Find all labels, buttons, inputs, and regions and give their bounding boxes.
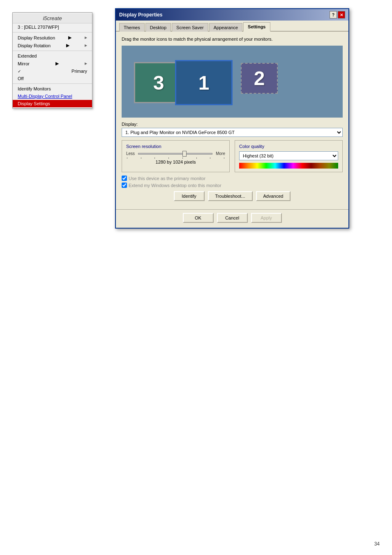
tab-settings[interactable]: Settings xyxy=(243,22,270,32)
tick xyxy=(224,157,224,159)
menu-item-off[interactable]: Off xyxy=(13,75,92,82)
screen-resolution-legend: Screen resolution xyxy=(126,144,225,149)
primary-monitor-checkbox[interactable] xyxy=(122,176,127,181)
menu-item-mirror[interactable]: Mirror ▶ xyxy=(13,60,92,67)
action-buttons: Identify Troubleshoot... Advanced xyxy=(122,191,343,201)
advanced-button[interactable]: Advanced xyxy=(256,191,291,201)
identify-button[interactable]: Identify xyxy=(174,191,205,201)
menu-item-display-rotation[interactable]: Display Rotation ▶ xyxy=(13,42,92,49)
resolution-value: 1280 by 1024 pixels xyxy=(126,160,225,164)
tab-screen-saver[interactable]: Screen Saver xyxy=(172,23,208,32)
dialog-titlebar: Display Properties ? ✕ xyxy=(116,9,348,21)
primary-monitor-label: Use this device as the primary monitor xyxy=(129,176,205,181)
dialog-controls: ? ✕ xyxy=(330,11,345,18)
display-properties-dialog: Display Properties ? ✕ Themes Desktop Sc… xyxy=(115,8,349,229)
extend-desktop-label: Extend my Windows desktop onto this moni… xyxy=(129,183,221,188)
ok-button[interactable]: OK xyxy=(183,213,214,223)
tab-appearance[interactable]: Appearance xyxy=(209,23,242,32)
dialog-description: Drag the monitor icons to match the phys… xyxy=(122,37,343,42)
tick xyxy=(182,157,183,159)
menu-item-multi-display[interactable]: Multi-Display Control Panel xyxy=(13,92,92,100)
display-section: Display: 1. Plug and Play Monitor on NVI… xyxy=(122,122,343,137)
tick xyxy=(141,157,141,159)
display-select[interactable]: 1. Plug and Play Monitor on NVIDIA GeFor… xyxy=(122,128,343,137)
monitor-2[interactable]: 2 xyxy=(241,63,278,94)
troubleshoot-button[interactable]: Troubleshoot... xyxy=(208,191,253,201)
context-menu-header: i5create xyxy=(13,14,92,23)
apply-button[interactable]: Apply xyxy=(251,213,282,223)
menu-divider-1 xyxy=(13,32,92,32)
menu-divider-3 xyxy=(13,83,92,84)
extend-desktop-checkbox[interactable] xyxy=(122,183,127,188)
menu-item-display-settings[interactable]: Display Settings xyxy=(13,100,92,107)
context-menu: i5create 3 : [DELL 2707WFP] Display Reso… xyxy=(12,12,92,109)
menu-item-identify-monitors[interactable]: Identify Monitors xyxy=(13,85,92,92)
color-bar xyxy=(239,163,338,169)
settings-row: Screen resolution Less More xyxy=(122,140,343,172)
checkbox-primary-monitor: Use this device as the primary monitor xyxy=(122,176,343,181)
tick xyxy=(127,157,127,159)
dialog-footer: OK Cancel Apply xyxy=(116,209,348,228)
menu-item-extended[interactable]: Extended xyxy=(13,52,92,60)
tick xyxy=(196,157,197,159)
menu-item-display-resolution[interactable]: Display Resolution ▶ xyxy=(13,34,92,42)
tab-desktop[interactable]: Desktop xyxy=(145,23,171,32)
tick xyxy=(154,157,155,159)
close-button[interactable]: ✕ xyxy=(338,11,345,18)
resolution-container: Less More xyxy=(126,151,225,156)
screen-resolution-panel: Screen resolution Less More xyxy=(122,140,230,172)
menu-item-primary[interactable]: Primary xyxy=(13,67,92,75)
monitor-1[interactable]: 1 xyxy=(175,60,233,105)
help-button[interactable]: ? xyxy=(330,11,337,18)
tabs-bar: Themes Desktop Screen Saver Appearance S… xyxy=(116,21,348,32)
color-quality-select[interactable]: Highest (32 bit) xyxy=(239,151,338,160)
checkbox-extend-desktop: Extend my Windows desktop onto this moni… xyxy=(122,183,343,188)
resolution-slider-track[interactable] xyxy=(138,153,212,155)
dialog-content: Drag the monitor icons to match the phys… xyxy=(116,32,348,209)
cancel-button[interactable]: Cancel xyxy=(217,213,248,223)
tick xyxy=(168,157,169,159)
color-quality-panel: Color quality Highest (32 bit) xyxy=(235,140,343,172)
page-number: 34 xyxy=(374,541,380,547)
tab-themes[interactable]: Themes xyxy=(119,23,145,32)
resolution-slider-thumb[interactable] xyxy=(182,151,187,157)
menu-item-monitor[interactable]: 3 : [DELL 2707WFP] xyxy=(13,23,92,31)
tick xyxy=(210,157,210,159)
dialog-title: Display Properties xyxy=(119,12,162,18)
less-label: Less xyxy=(126,151,135,156)
more-label: More xyxy=(216,151,225,156)
color-quality-legend: Color quality xyxy=(239,144,338,149)
monitor-preview: 3 1 2 xyxy=(122,46,343,118)
display-label: Display: xyxy=(122,122,343,127)
menu-divider-2 xyxy=(13,51,92,51)
slider-ticks xyxy=(126,157,225,159)
